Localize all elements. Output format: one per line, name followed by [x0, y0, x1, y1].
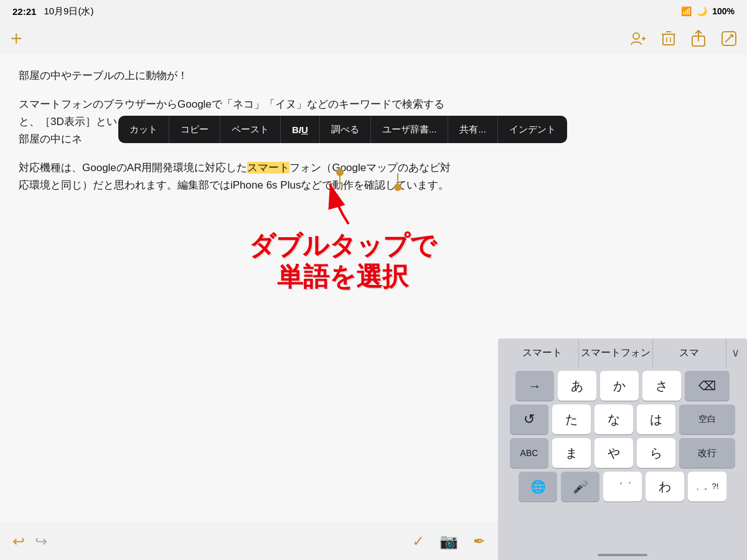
pred-word-3[interactable]: スマ — [653, 338, 726, 367]
wifi-icon: 📶 — [681, 6, 692, 16]
line-1-text: 部屋の中やテーブルの上に動物が！ — [19, 70, 188, 82]
moon-icon: 🌙 — [697, 6, 707, 16]
key-return[interactable]: 改行 — [679, 438, 735, 468]
key-ma[interactable]: ま — [552, 438, 591, 468]
key-wa[interactable]: わ — [646, 472, 684, 502]
paragraph-3: 対応機種は、GoogleのAR用開発環境に対応したスマートフォン（Googleマ… — [19, 159, 728, 194]
svg-line-11 — [725, 35, 733, 42]
status-right-icons: 📶 🌙 100% — [681, 6, 735, 16]
ctx-userdic[interactable]: ユーザ辞書... — [371, 116, 449, 143]
bottom-left-actions: ↩ ↪ — [12, 533, 47, 550]
para2-part2: フォン（Googleマップのあなビ対 — [289, 162, 451, 174]
para2-part3: 応環境と同じ）だと思われます。編集部ではiPhone 6s Plusなどで動作を… — [19, 179, 449, 191]
ctx-indent[interactable]: インデント — [498, 116, 567, 143]
redo-icon[interactable]: ↪ — [35, 533, 47, 550]
add-contact-icon[interactable] — [629, 30, 646, 47]
paragraph-1: 部屋の中やテーブルの上に動物が！ — [19, 67, 728, 85]
ctx-biu[interactable]: BIU — [281, 116, 320, 143]
battery-text: 100% — [712, 6, 735, 16]
key-space[interactable]: 空白 — [679, 404, 735, 434]
status-date: 10月9日(水) — [44, 6, 93, 17]
ctx-copy[interactable]: コピー — [169, 116, 220, 143]
delete-icon[interactable] — [661, 30, 676, 47]
key-a[interactable]: あ — [558, 371, 596, 401]
share-icon[interactable] — [691, 30, 706, 47]
svg-point-0 — [633, 33, 639, 39]
undo-icon[interactable]: ↩ — [12, 533, 25, 550]
key-sa[interactable]: さ — [642, 371, 681, 401]
home-indicator — [598, 554, 647, 556]
bottom-bar: ↩ ↪ ✓ 📷 ✒ — [0, 523, 498, 560]
status-time: 22:21 — [12, 6, 36, 17]
ctx-paste[interactable]: ペースト — [220, 116, 281, 143]
status-bar: 22:21 10月9日(水) 📶 🌙 100% — [0, 0, 747, 22]
pred-word-1[interactable]: スマート — [505, 338, 579, 367]
key-ha[interactable]: は — [637, 404, 675, 434]
key-globe[interactable]: 🌐 — [519, 472, 557, 502]
ctx-share[interactable]: 共有... — [448, 116, 498, 143]
pred-word-2[interactable]: スマートフォン — [579, 338, 652, 367]
key-ka[interactable]: か — [600, 371, 639, 401]
key-ya[interactable]: や — [594, 438, 633, 468]
key-backspace[interactable]: ⌫ — [685, 371, 730, 401]
japanese-keyboard[interactable]: → あ か さ ⌫ ↺ た な は 空白 ABC ま や ら 改行 🌐 🎤 ゛゜… — [498, 367, 747, 560]
pen-icon[interactable]: ✒ — [473, 533, 486, 550]
key-mic[interactable]: 🎤 — [561, 472, 599, 502]
selected-word: スマート — [247, 162, 289, 174]
selection-handle-left[interactable] — [339, 173, 341, 187]
toolbar: ✕ — [0, 22, 747, 55]
key-dakuten[interactable]: ゛゜ — [603, 472, 642, 502]
para1-part1: スマートフォンのブラウザーからGoogleで「ネコ」「イヌ」などのキーワードで検… — [19, 98, 444, 110]
svg-rect-3 — [663, 34, 674, 45]
check-icon[interactable]: ✓ — [412, 533, 425, 550]
key-punct[interactable]: 、。?! — [688, 472, 726, 502]
predictive-bar[interactable]: スマート スマートフォン スマ ∨ — [498, 338, 747, 367]
key-ta[interactable]: た — [552, 404, 591, 434]
back-icon[interactable]: ✕ — [6, 29, 25, 48]
edit-icon[interactable] — [721, 30, 737, 47]
toolbar-left: ✕ — [10, 30, 21, 47]
bottom-right-actions: ✓ 📷 ✒ — [412, 533, 486, 550]
key-arrow[interactable]: → — [515, 371, 554, 401]
key-na[interactable]: な — [594, 404, 633, 434]
para1-part3: 部屋の中にネ — [19, 133, 82, 145]
key-abc[interactable]: ABC — [510, 438, 548, 468]
keyboard-row-2: ↺ た な は 空白 — [500, 404, 745, 434]
keyboard-row-3: ABC ま や ら 改行 — [500, 438, 745, 468]
pred-chevron-icon[interactable]: ∨ — [726, 346, 740, 360]
keyboard-row-1: → あ か さ ⌫ — [500, 371, 745, 401]
ctx-cut[interactable]: カット — [118, 116, 169, 143]
selection-handle-right[interactable] — [397, 173, 398, 187]
ctx-lookup[interactable]: 調べる — [320, 116, 371, 143]
camera-icon[interactable]: 📷 — [439, 533, 458, 550]
key-undo[interactable]: ↺ — [510, 404, 548, 434]
key-ra[interactable]: ら — [637, 438, 675, 468]
keyboard-row-4: 🌐 🎤 ゛゜ わ 、。?! — [500, 472, 745, 502]
para2-part1: 対応機種は、GoogleのAR用開発環境に対応した — [19, 162, 247, 174]
context-menu[interactable]: カット コピー ペースト BIU 調べる ユーザ辞書... 共有... インデン… — [118, 116, 567, 143]
toolbar-right — [629, 30, 737, 47]
